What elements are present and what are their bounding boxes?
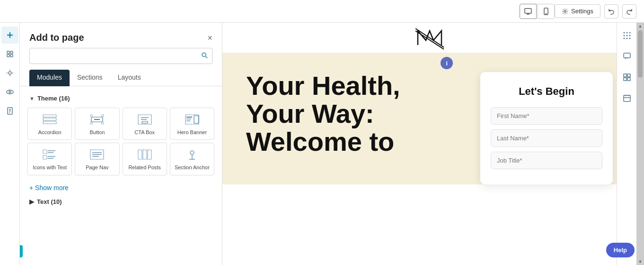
svg-rect-67 — [624, 74, 626, 77]
module-page-nav[interactable]: Page Nav — [75, 143, 119, 175]
svg-point-52 — [190, 151, 194, 155]
settings-button[interactable]: Settings — [555, 4, 600, 18]
svg-rect-21 — [43, 115, 56, 117]
panel-title: Add to page — [29, 32, 84, 43]
svg-point-4 — [546, 13, 546, 14]
svg-rect-8 — [7, 51, 9, 54]
section-anchor-label: Section Anchor — [175, 164, 210, 171]
button-icon — [88, 113, 106, 126]
tab-sections[interactable]: Sections — [70, 70, 110, 86]
grid-layout-button[interactable] — [620, 70, 634, 84]
left-sidebar — [0, 23, 20, 265]
scrollbar-thumb[interactable] — [638, 30, 643, 78]
text-group-header[interactable]: ▶ Text (10) — [20, 195, 222, 208]
components-button[interactable] — [1, 64, 18, 82]
scroll-up-arrow[interactable]: ▲ — [638, 24, 643, 28]
redo-button[interactable] — [622, 4, 636, 18]
add-module-button[interactable] — [1, 27, 18, 44]
svg-rect-27 — [102, 115, 104, 117]
svg-point-57 — [623, 32, 625, 34]
hero-banner-label: Hero Banner — [177, 129, 207, 136]
svg-rect-28 — [90, 122, 92, 124]
show-more-button[interactable]: + Show more — [20, 180, 78, 195]
related-posts-icon — [136, 148, 153, 161]
svg-rect-50 — [143, 150, 147, 159]
button-label: Button — [89, 129, 105, 136]
settings-label: Settings — [571, 8, 593, 15]
svg-rect-26 — [90, 115, 92, 117]
hero-text: Your Health,Your Way:Welcome to — [246, 72, 466, 155]
eye-button[interactable] — [1, 83, 18, 101]
close-panel-button[interactable]: × — [207, 34, 212, 42]
canvas-scrollbar[interactable]: ▲ ▼ — [636, 23, 644, 265]
module-icons-text[interactable]: Icons with Text — [27, 143, 72, 175]
module-section-anchor[interactable]: Section Anchor — [170, 143, 214, 175]
svg-rect-33 — [142, 121, 148, 123]
mobile-device-button[interactable] — [538, 4, 555, 19]
canvas-area: i Your Health,Your Way:Welcome to Let's … — [222, 23, 644, 265]
theme-group: ▼ Theme (16) Accordion — [20, 92, 222, 178]
hero-form-title: Let's Begin — [491, 85, 602, 98]
site-nav — [222, 23, 636, 53]
svg-rect-11 — [10, 55, 13, 57]
panel-content: ▼ Theme (16) Accordion — [20, 86, 222, 265]
panel-tabs: Modules Sections Layouts — [20, 70, 222, 86]
svg-point-14 — [9, 91, 11, 93]
theme-group-label: Theme (16) — [37, 95, 70, 102]
svg-point-64 — [626, 38, 627, 39]
first-name-input[interactable] — [491, 107, 602, 125]
text-group-arrow: ▶ — [29, 198, 34, 205]
svg-point-58 — [626, 32, 627, 34]
theme-group-header[interactable]: ▼ Theme (16) — [27, 92, 214, 105]
add-to-page-panel: Add to page × Modules Sections Layouts ▼ — [20, 23, 222, 265]
help-button[interactable]: Help — [606, 243, 635, 257]
module-accordion[interactable]: Accordion — [27, 108, 72, 140]
canvas-inner: i Your Health,Your Way:Welcome to Let's … — [222, 23, 636, 265]
svg-rect-49 — [138, 150, 142, 159]
svg-rect-51 — [148, 150, 151, 159]
last-name-input[interactable] — [491, 129, 602, 147]
calendar-button[interactable] — [620, 91, 634, 105]
tab-modules[interactable]: Modules — [29, 70, 70, 86]
cta-box-icon — [136, 113, 153, 126]
tab-layouts[interactable]: Layouts — [110, 70, 149, 86]
panel-header: Add to page × — [20, 23, 222, 48]
job-title-input[interactable] — [491, 152, 602, 169]
grid-dots-button[interactable] — [620, 28, 634, 43]
module-related-posts[interactable]: Related Posts — [123, 143, 167, 175]
svg-rect-38 — [194, 116, 199, 123]
icons-text-icon — [41, 148, 58, 161]
desktop-device-button[interactable] — [520, 4, 537, 19]
svg-rect-68 — [627, 74, 630, 77]
svg-rect-34 — [185, 115, 199, 124]
page-button[interactable] — [1, 102, 18, 119]
undo-button[interactable] — [604, 4, 618, 18]
svg-rect-70 — [627, 78, 630, 81]
search-input[interactable] — [29, 48, 212, 64]
hero-section: Your Health,Your Way:Welcome to Let's Be… — [222, 53, 636, 184]
svg-rect-10 — [7, 55, 9, 57]
hero-headline: Your Health,Your Way:Welcome to — [246, 72, 466, 155]
modules-grid: Accordion Button — [27, 105, 214, 178]
site-logo — [411, 27, 449, 49]
svg-rect-9 — [10, 51, 13, 54]
scroll-down-arrow[interactable]: ▼ — [638, 259, 643, 264]
icons-text-label: Icons with Text — [33, 164, 67, 171]
top-bar: Settings — [0, 0, 644, 23]
search-bar — [29, 48, 212, 64]
layers-button[interactable] — [1, 46, 18, 63]
top-bar-right: Settings — [555, 4, 636, 18]
svg-rect-66 — [624, 53, 630, 58]
svg-rect-69 — [624, 78, 626, 81]
svg-rect-23 — [43, 121, 56, 124]
svg-point-13 — [7, 90, 13, 94]
comments-button[interactable] — [620, 49, 634, 64]
right-panel — [617, 23, 636, 265]
module-button[interactable]: Button — [75, 108, 119, 140]
module-cta-box[interactable]: CTA Box — [123, 108, 167, 140]
svg-point-61 — [626, 35, 627, 37]
svg-point-59 — [629, 32, 630, 34]
module-hero-banner[interactable]: Hero Banner — [170, 108, 214, 140]
svg-rect-42 — [43, 155, 47, 159]
svg-rect-39 — [43, 150, 47, 154]
